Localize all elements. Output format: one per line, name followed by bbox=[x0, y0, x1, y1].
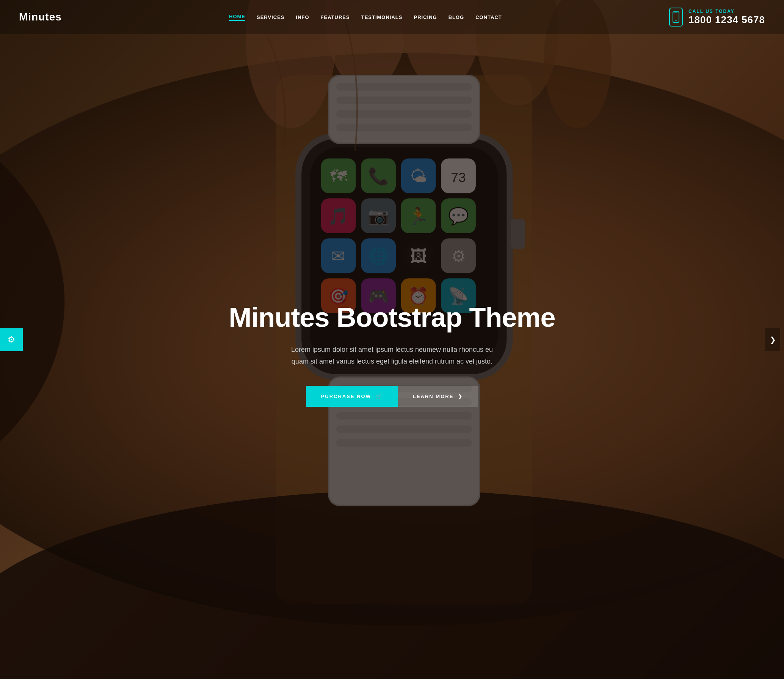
site-header: Minutes HOME SERVICES INFO FEATURES TEST… bbox=[0, 0, 784, 34]
chevron-right-icon: ❯ bbox=[458, 394, 463, 399]
purchase-label: PURCHASE NOW bbox=[321, 394, 371, 399]
hero-subtitle: Lorem ipsum dolor sit amet ipsum lectus … bbox=[290, 344, 494, 367]
cart-icon: 🛒 bbox=[376, 394, 383, 399]
nav-blog[interactable]: BLOG bbox=[448, 14, 464, 20]
hero-title: Minutes Bootstrap Theme bbox=[229, 303, 555, 332]
nav-services[interactable]: SERVICES bbox=[257, 14, 285, 20]
svg-rect-58 bbox=[674, 13, 677, 13]
nav-pricing[interactable]: PRICING bbox=[414, 14, 437, 20]
hero-content: Minutes Bootstrap Theme Lorem ipsum dolo… bbox=[0, 0, 784, 679]
phone-number[interactable]: 1800 1234 5678 bbox=[688, 14, 765, 26]
nav-testimonials[interactable]: TESTIMONIALS bbox=[361, 14, 403, 20]
phone-icon bbox=[669, 8, 683, 27]
contact-block: CALL US TODAY 1800 1234 5678 bbox=[669, 8, 765, 27]
settings-gear-icon: ⚙ bbox=[8, 335, 15, 345]
settings-button[interactable]: ⚙ bbox=[0, 328, 23, 351]
main-nav: HOME SERVICES INFO FEATURES TESTIMONIALS… bbox=[229, 14, 502, 21]
nav-contact[interactable]: CONTACT bbox=[475, 14, 502, 20]
call-us-label: CALL US TODAY bbox=[688, 9, 765, 14]
hero-section: 🗺 📞 🌤 73 🎵 📷 🏃 💬 ✉ 🌐 🖼 ⚙ bbox=[0, 0, 784, 679]
svg-rect-57 bbox=[675, 20, 677, 21]
hero-next-arrow[interactable]: ❯ bbox=[765, 328, 780, 351]
contact-text: CALL US TODAY 1800 1234 5678 bbox=[688, 9, 765, 26]
learn-more-button[interactable]: LEARN MORE ❯ bbox=[398, 386, 478, 407]
nav-home[interactable]: HOME bbox=[229, 14, 245, 21]
site-logo[interactable]: Minutes bbox=[19, 11, 62, 23]
purchase-now-button[interactable]: PURCHASE NOW 🛒 bbox=[306, 386, 398, 407]
hero-buttons: PURCHASE NOW 🛒 LEARN MORE ❯ bbox=[306, 386, 478, 407]
nav-info[interactable]: INFO bbox=[296, 14, 309, 20]
learn-more-label: LEARN MORE bbox=[413, 394, 453, 399]
chevron-right-icon: ❯ bbox=[770, 335, 776, 344]
nav-features[interactable]: FEATURES bbox=[321, 14, 350, 20]
